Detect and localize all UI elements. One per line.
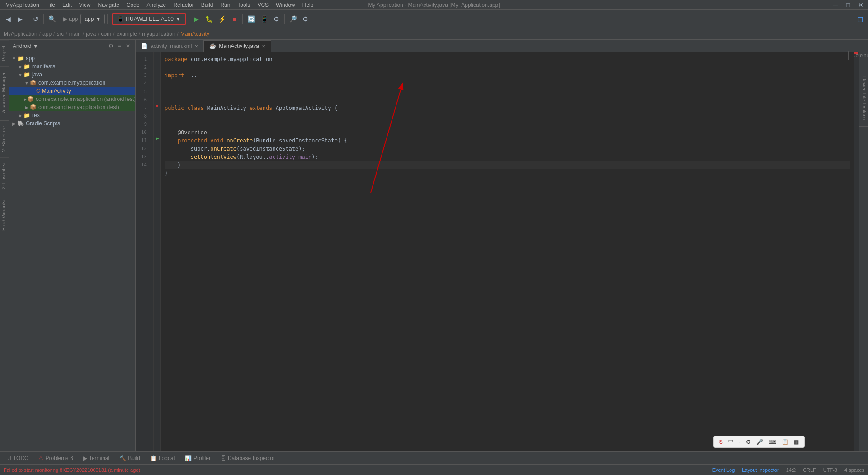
tree-item-package-main[interactable]: ▼ 📦 com.example.myapplication xyxy=(9,79,135,87)
profile-button[interactable]: ⚡ xyxy=(216,13,228,25)
breadcrumb-main[interactable]: main xyxy=(69,31,81,37)
breadcrumb-src[interactable]: src xyxy=(57,31,64,37)
panel-gear-button[interactable]: ⚙ xyxy=(107,43,115,50)
event-log-link[interactable]: Event Log xyxy=(712,467,735,473)
tree-item-mainactivity[interactable]: C MainActivity xyxy=(9,87,135,95)
settings-button[interactable]: ⚙ xyxy=(300,13,311,25)
app-dropdown-button[interactable]: app▼ xyxy=(80,14,105,24)
folder-icon-java: 📁 xyxy=(24,71,30,78)
menu-tools[interactable]: Tools xyxy=(234,0,254,10)
expand-arrow-androidtest: ▶ xyxy=(24,97,27,102)
sync-gradle-button[interactable]: 🔄 xyxy=(245,13,257,25)
maximize-button[interactable]: □ xyxy=(843,0,854,11)
right-side-panels: Emulator Device File Explorer xyxy=(859,40,868,451)
sidebar-item-emulator[interactable]: Emulator xyxy=(848,51,868,60)
menu-run[interactable]: Run xyxy=(217,0,234,10)
tree-item-gradle[interactable]: ▶ 🐘 Gradle Scripts xyxy=(9,119,135,128)
ime-chinese[interactable]: 中 xyxy=(726,437,736,446)
tab-mainactivity-java[interactable]: ☕ MainActivity.java ✕ xyxy=(204,40,271,52)
close-button[interactable]: ✕ xyxy=(855,0,866,11)
ime-keyboard[interactable]: ⌨ xyxy=(767,438,778,446)
gutter-2 xyxy=(154,61,160,69)
sidebar-item-build-variants[interactable]: Build Variants xyxy=(0,195,9,236)
breadcrumb-myapplication[interactable]: MyApplication xyxy=(4,31,38,37)
breadcrumb-mainactivity[interactable]: MainActivity xyxy=(180,31,209,37)
forward-button[interactable]: ▶ xyxy=(14,13,25,25)
search-everywhere-button[interactable]: 🔍 xyxy=(46,13,58,25)
run-button[interactable]: ▶ xyxy=(191,13,202,25)
build-icon: 🔨 xyxy=(119,455,126,461)
layout-inspector-link[interactable]: Layout Inspector xyxy=(742,467,778,473)
menu-vcs[interactable]: VCS xyxy=(254,0,272,10)
tree-item-package-test[interactable]: ▶ 📦 com.example.myapplication (test) xyxy=(9,103,135,111)
avd-manager-button[interactable]: 📱 xyxy=(258,13,270,25)
minimize-button[interactable]: ─ xyxy=(830,0,841,11)
tree-item-java[interactable]: ▼ 📁 java xyxy=(9,71,135,79)
device-selector-button[interactable]: 📱 HUAWEI ELE-AL00 ▼ xyxy=(112,13,186,25)
gutter-9 xyxy=(154,118,160,126)
right-error-gutter xyxy=(854,52,859,451)
menu-window[interactable]: Window xyxy=(272,0,299,10)
panel-collapse-button[interactable]: ≡ xyxy=(117,43,123,50)
menu-refactor[interactable]: Refactor xyxy=(170,0,197,10)
tree-item-app[interactable]: ▼ 📁 app xyxy=(9,54,135,62)
gutter-6 xyxy=(154,93,160,101)
ime-clipboard[interactable]: 📋 xyxy=(780,438,790,446)
project-tree: ▼ 📁 app ▶ 📁 manifests ▼ 📁 java ▼ 📦 com.e… xyxy=(9,52,135,451)
panel-close-button[interactable]: ✕ xyxy=(124,43,132,50)
layout-inspector-button[interactable]: ◫ xyxy=(854,13,865,25)
code-line-12: super.onCreate(savedInstanceState); xyxy=(165,145,850,153)
menu-analyze[interactable]: Analyze xyxy=(143,0,170,10)
tab-build[interactable]: 🔨 Build xyxy=(115,454,145,463)
sidebar-item-project[interactable]: Project xyxy=(0,40,9,66)
close-java-tab[interactable]: ✕ xyxy=(262,44,265,49)
tab-profiler[interactable]: 📊 Profiler xyxy=(180,454,215,463)
menu-view[interactable]: View xyxy=(75,0,94,10)
close-xml-tab[interactable]: ✕ xyxy=(194,44,198,49)
breadcrumb-myapplication2[interactable]: myapplication xyxy=(142,31,175,37)
tab-database-inspector[interactable]: 🗄 Database Inspector xyxy=(216,454,279,463)
menu-help[interactable]: Help xyxy=(299,0,317,10)
tab-todo[interactable]: ☑ TODO xyxy=(2,454,33,463)
tab-terminal[interactable]: ▶ Terminal xyxy=(79,454,114,463)
line-separator[interactable]: CRLF xyxy=(803,467,816,473)
encoding[interactable]: UTF-8 xyxy=(823,467,837,473)
tab-logcat[interactable]: 📋 Logcat xyxy=(146,454,179,463)
tab-problems[interactable]: ⚠ Problems 6 xyxy=(34,454,77,463)
breadcrumb-java[interactable]: java xyxy=(86,31,96,37)
ime-mic[interactable]: 🎤 xyxy=(755,438,765,446)
debug-button[interactable]: 🐛 xyxy=(203,13,215,25)
breadcrumb-example[interactable]: example xyxy=(117,31,137,37)
search-button[interactable]: 🔎 xyxy=(287,13,299,25)
ime-dot[interactable]: · xyxy=(737,438,742,446)
menu-edit[interactable]: Edit xyxy=(59,0,75,10)
ime-icon: S xyxy=(717,438,725,446)
breadcrumb-com[interactable]: com xyxy=(101,31,111,37)
terminal-icon: ▶ xyxy=(83,455,87,461)
tab-label-java: MainActivity.java xyxy=(219,43,259,49)
ime-settings[interactable]: ⚙ xyxy=(744,438,753,446)
indent[interactable]: 4 spaces xyxy=(844,467,864,473)
sidebar-item-device-file-explorer[interactable]: Device File Explorer xyxy=(859,71,868,127)
back-button[interactable]: ◀ xyxy=(3,13,14,25)
tree-item-manifests[interactable]: ▶ 📁 manifests xyxy=(9,62,135,71)
java-icon: ☕ xyxy=(209,43,216,49)
menu-file[interactable]: File xyxy=(43,0,59,10)
tree-item-res[interactable]: ▶ 📁 res xyxy=(9,111,135,119)
menu-myapplication[interactable]: MyApplication xyxy=(2,0,43,10)
sidebar-item-resource-manager[interactable]: Resource Manager xyxy=(0,66,9,120)
sidebar-item-favorites[interactable]: 2: Favorites xyxy=(0,157,9,195)
tree-item-package-androidtest[interactable]: ▶ 📦 com.example.myapplication (androidTe… xyxy=(9,95,135,103)
breadcrumb: MyApplication / app / src / main / java … xyxy=(0,28,868,40)
menu-build[interactable]: Build xyxy=(198,0,217,10)
tab-activity-main-xml[interactable]: 📄 activity_main.xml ✕ xyxy=(136,40,204,52)
code-editor[interactable]: package com.example.myapplication; impor… xyxy=(161,52,854,451)
menu-navigate[interactable]: Navigate xyxy=(94,0,123,10)
breadcrumb-app[interactable]: app xyxy=(42,31,52,37)
ime-more[interactable]: ▦ xyxy=(792,438,801,446)
sidebar-item-structure[interactable]: 2: Structure xyxy=(0,120,9,157)
sdk-manager-button[interactable]: ⚙ xyxy=(271,13,282,25)
stop-button[interactable]: ■ xyxy=(229,13,240,25)
sync-button[interactable]: ↺ xyxy=(30,13,41,25)
menu-code[interactable]: Code xyxy=(123,0,143,10)
